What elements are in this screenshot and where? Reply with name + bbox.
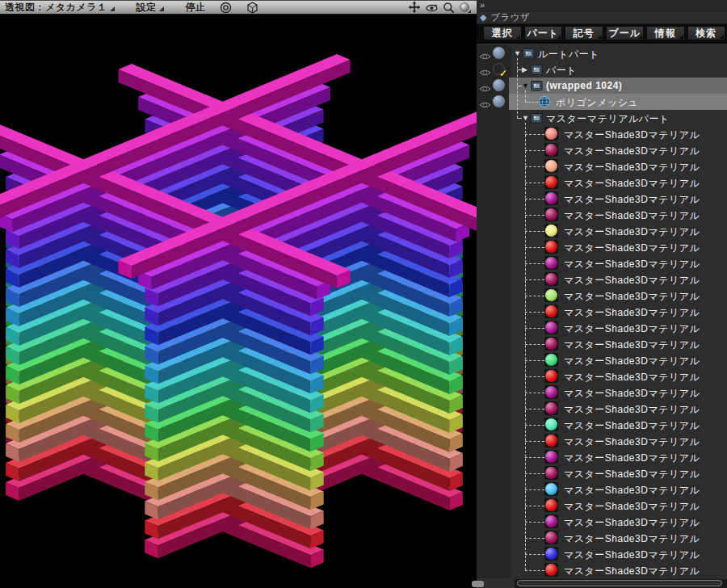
tree-row-material[interactable]: マスターShade3Dマテリアル: [477, 158, 727, 174]
tree-row-material[interactable]: マスターShade3Dマテリアル: [477, 126, 727, 142]
tree-row-material[interactable]: マスターShade3Dマテリアル: [477, 530, 727, 546]
tree-row-material[interactable]: マスターShade3Dマテリアル: [477, 562, 727, 578]
material-sphere-icon: [544, 143, 558, 157]
material-label: マスターShade3Dマテリアル: [564, 548, 700, 562]
material-sphere: [545, 176, 557, 188]
horizontal-scrollbar-thumb[interactable]: [517, 580, 722, 586]
tree-row-material[interactable]: マスターShade3Dマテリアル: [477, 271, 727, 288]
material-label: マスターShade3Dマテリアル: [564, 419, 700, 433]
tab-4[interactable]: ブール: [606, 26, 645, 40]
camera-select-button[interactable]: 透視図：メタカメラ１: [5, 1, 107, 15]
material-label: マスターShade3Dマテリアル: [564, 435, 700, 449]
material-label: マスターShade3Dマテリアル: [564, 484, 700, 498]
render-sphere-icon[interactable]: [459, 2, 472, 14]
material-sphere-icon: [544, 531, 558, 544]
material-label: マスターShade3Dマテリアル: [564, 387, 700, 401]
tree-row-material[interactable]: マスターShade3Dマテリアル: [477, 320, 727, 336]
tree-row-material[interactable]: マスターShade3Dマテリアル: [477, 465, 727, 481]
panel-diamond-icon[interactable]: ◆: [480, 13, 486, 22]
tree-row-part[interactable]: ▼マスターマテリアルパート: [477, 110, 727, 126]
settings-button[interactable]: 設定: [136, 1, 156, 15]
material-sphere: [545, 418, 557, 430]
part-folder-icon: [531, 80, 543, 94]
tree-row-mesh[interactable]: ポリゴンメッシュ: [477, 94, 727, 110]
material-sphere: [545, 483, 557, 495]
tree-row-material[interactable]: マスターShade3Dマテリアル: [477, 255, 727, 271]
material-sphere: [545, 257, 557, 269]
tree-row-part[interactable]: ▼(wrapped 1024): [477, 78, 727, 94]
tree-row-material[interactable]: マスターShade3Dマテリアル: [477, 368, 727, 384]
panel-collapse-chevron[interactable]: »: [477, 0, 727, 11]
material-sphere: [545, 225, 557, 237]
render-toggle-ball[interactable]: [493, 95, 505, 107]
material-label: マスターShade3Dマテリアル: [564, 371, 700, 384]
material-sphere: [545, 338, 557, 350]
material-sphere: [545, 386, 557, 398]
tree-row-material[interactable]: マスターShade3Dマテリアル: [477, 288, 727, 304]
tab-corner-icon: [557, 35, 561, 39]
render-toggle-ball[interactable]: [493, 79, 505, 91]
tree-row-material[interactable]: マスターShade3Dマテリアル: [477, 401, 727, 417]
horizontal-scrollbar[interactable]: [515, 579, 727, 588]
stop-button[interactable]: 停止: [185, 1, 205, 15]
viewport-canvas[interactable]: [0, 15, 477, 588]
expander-closed-icon[interactable]: ▶: [522, 65, 527, 74]
tree-item-label: マスターマテリアルパート: [546, 112, 670, 126]
tree-row-part[interactable]: ✓▶パート: [477, 61, 727, 78]
tree-row-part[interactable]: ▼ルートパート: [477, 45, 727, 61]
polygon-mesh-icon: [538, 95, 551, 111]
tab-2[interactable]: パート: [524, 26, 563, 40]
material-sphere-icon: [544, 191, 558, 205]
material-sphere-icon: [544, 563, 558, 577]
tree-row-material[interactable]: マスターShade3Dマテリアル: [477, 239, 727, 255]
material-sphere: [545, 354, 557, 366]
camera-dropdown-icon[interactable]: [110, 6, 115, 11]
tree-row-material[interactable]: マスターShade3Dマテリアル: [477, 191, 727, 207]
pan-move-icon[interactable]: [408, 1, 421, 14]
tree-row-material[interactable]: マスターShade3Dマテリアル: [477, 223, 727, 239]
browser-tab-bar: 選択パート記号ブール情報検索: [477, 24, 727, 44]
browser-panel: » ◆ ブラウザ 選択パート記号ブール情報検索 ▼ルートパート✓▶パート▼(wr…: [477, 0, 727, 588]
settings-dropdown-icon[interactable]: [159, 6, 164, 11]
tree-row-material[interactable]: マスターShade3Dマテリアル: [477, 336, 727, 352]
tree-row-material[interactable]: マスターShade3Dマテリアル: [477, 433, 727, 449]
tree-row-material[interactable]: マスターShade3Dマテリアル: [477, 546, 727, 562]
tab-corner-icon: [638, 35, 642, 39]
expander-open-icon[interactable]: ▼: [522, 82, 529, 90]
tree-row-material[interactable]: マスターShade3Dマテリアル: [477, 417, 727, 433]
tree-row-material[interactable]: マスターShade3Dマテリアル: [477, 142, 727, 158]
tab-6[interactable]: 検索: [687, 26, 726, 40]
material-sphere-icon: [544, 127, 558, 141]
zoom-magnifier-icon[interactable]: [443, 2, 455, 14]
object-tree: ▼ルートパート✓▶パート▼(wrapped 1024)ポリゴンメッシュ▼マスター…: [477, 45, 727, 578]
tree-row-material[interactable]: マスターShade3Dマテリアル: [477, 384, 727, 401]
tab-3[interactable]: 記号: [565, 26, 603, 40]
material-sphere: [545, 305, 557, 317]
material-sphere: [545, 467, 557, 479]
panel-title-bar: ◆ ブラウザ: [477, 11, 727, 24]
render-toggle-ball[interactable]: [493, 47, 505, 59]
tab-5[interactable]: 情報: [646, 26, 685, 40]
target-icon[interactable]: [220, 2, 232, 14]
tree-row-material[interactable]: マスターShade3Dマテリアル: [477, 498, 727, 514]
tree-row-material[interactable]: マスターShade3Dマテリアル: [477, 174, 727, 191]
expander-open-icon[interactable]: ▼: [522, 114, 529, 122]
tree-row-material[interactable]: マスターShade3Dマテリアル: [477, 304, 727, 320]
material-label: マスターShade3Dマテリアル: [564, 452, 700, 465]
cube-icon[interactable]: [246, 2, 258, 14]
material-sphere-icon: [544, 401, 558, 415]
material-label: マスターShade3Dマテリアル: [564, 193, 700, 207]
tree-row-material[interactable]: マスターShade3Dマテリアル: [477, 352, 727, 368]
tree-row-material[interactable]: マスターShade3Dマテリアル: [477, 449, 727, 465]
material-label: マスターShade3Dマテリアル: [564, 161, 700, 174]
tree-row-material[interactable]: マスターShade3Dマテリアル: [477, 207, 727, 223]
material-label: マスターShade3Dマテリアル: [564, 290, 700, 304]
viewport-scroll-corner[interactable]: [472, 581, 484, 587]
tree-row-material[interactable]: マスターShade3Dマテリアル: [477, 514, 727, 530]
material-sphere-icon: [544, 450, 558, 464]
tab-1[interactable]: 選択: [483, 26, 522, 40]
orbit-rotate-icon[interactable]: [425, 2, 439, 14]
expander-open-icon[interactable]: ▼: [514, 49, 521, 57]
tree-row-material[interactable]: マスターShade3Dマテリアル: [477, 481, 727, 498]
material-label: マスターShade3Dマテリアル: [564, 209, 700, 223]
